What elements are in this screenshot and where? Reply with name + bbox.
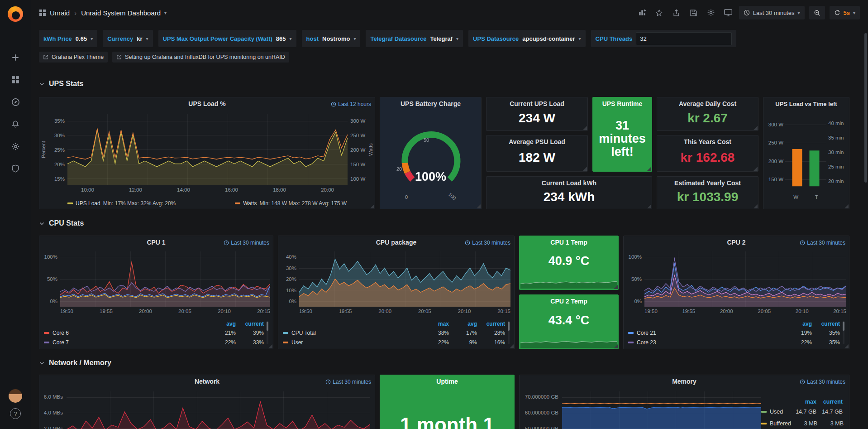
row-cpu-stats[interactable]: CPU Stats	[39, 219, 84, 227]
series-color-swatch	[628, 332, 634, 334]
panel-title[interactable]: UPS Runtime	[593, 97, 652, 110]
explore-icon[interactable]	[0, 93, 31, 111]
chevron-down-icon: ▾	[456, 36, 458, 41]
page-scrollbar[interactable]	[864, 33, 867, 183]
variable-host[interactable]: hostNostromo▾	[302, 30, 361, 47]
chevron-down-icon[interactable]: ▾	[164, 10, 167, 15]
panel-title[interactable]: Network	[39, 375, 375, 388]
memory-chart[interactable]	[562, 391, 761, 429]
refresh-button[interactable]: 5s ▾	[830, 6, 860, 19]
variable-telegraf-datasource[interactable]: Telegraf DatasourceTelegraf▾	[366, 30, 463, 47]
cycle-view-icon[interactable]	[722, 6, 734, 19]
stat-value: kr 2.67	[657, 109, 758, 128]
series-color-swatch	[761, 423, 767, 424]
alerting-icon[interactable]	[0, 115, 31, 133]
legend-scrollbar[interactable]	[267, 321, 268, 344]
stat-value: 40.9 °C	[520, 245, 618, 278]
legend: maxcurrent Used14.7 GB14.7 GB Buffered3 …	[761, 398, 843, 429]
stat-value: 234 W	[486, 109, 587, 128]
panel-title[interactable]: UPS Load vs Time left	[763, 97, 849, 110]
cpu2-temp-sparkline	[520, 336, 617, 348]
breadcrumb-separator: ›	[74, 9, 76, 17]
panel-title[interactable]: Average PSU Load	[486, 135, 587, 148]
row-ups-stats[interactable]: UPS Stats	[39, 80, 83, 88]
panel-estimated-yearly-cost: Estimated Yearly Cost kr 1033.99	[657, 176, 758, 209]
save-icon[interactable]	[687, 6, 700, 19]
server-admin-icon[interactable]	[0, 159, 31, 178]
add-panel-icon[interactable]	[636, 6, 649, 19]
series-color-swatch	[44, 342, 49, 343]
cpu2-chart[interactable]	[644, 251, 846, 307]
panel-title[interactable]: Current Load kWh	[486, 177, 652, 189]
panel-cpu2-temp: CPU 2 Temp 43.4 °C	[519, 294, 619, 349]
variable-ups-max-output[interactable]: UPS Max Output Power Capacity (Watt)865▾	[158, 30, 296, 47]
dashboard-grid-icon	[39, 9, 46, 16]
panel-title[interactable]: This Years Cost	[657, 135, 758, 148]
legend-row: Core 621%39%	[44, 328, 264, 337]
panel-ups-runtime: UPS Runtime 31 minutes left!	[592, 97, 652, 172]
series-color-swatch	[283, 332, 288, 334]
create-icon[interactable]	[0, 48, 31, 67]
legend-row: Core 2119%35%	[628, 328, 840, 337]
panel-title[interactable]: UPS Battery Charge	[380, 97, 481, 110]
cpu-package-chart[interactable]	[299, 251, 510, 307]
star-icon[interactable]	[653, 6, 666, 19]
panel-ups-battery-charge: UPS Battery Charge 0 20 50 100 100%	[380, 97, 482, 209]
network-chart[interactable]	[67, 391, 370, 429]
stat-value: 182 W	[486, 147, 587, 169]
panel-title[interactable]: Current UPS Load	[486, 97, 587, 110]
panel-average-daily-cost: Average Daily Cost kr 2.67	[657, 97, 758, 131]
cpu1-chart[interactable]	[60, 251, 270, 307]
variable-kwh-price[interactable]: kWh Price0.65▾	[39, 30, 97, 47]
legend-item: WattsMin: 148 W Max: 278 W Avg: 175 W	[235, 200, 347, 207]
time-range-label: Last 30 minutes	[753, 10, 795, 16]
panel-title[interactable]: UPS Load %	[39, 97, 375, 110]
ups-bars-chart[interactable]	[785, 116, 826, 192]
legend-item: UPS LoadMin: 17% Max: 32% Avg: 20%	[67, 200, 176, 207]
row-network-memory[interactable]: Network / Memory	[39, 359, 111, 367]
zoom-out-button[interactable]	[809, 6, 825, 19]
dashboard-link[interactable]: Grafana Plex Theme	[39, 52, 108, 63]
panel-title[interactable]: Uptime	[380, 375, 514, 388]
panel-current-ups-load: Current UPS Load 234 W	[486, 97, 588, 131]
help-icon[interactable]: ?	[10, 408, 21, 419]
y-axis-ticks-right: 40 min35 min30 min25 min20 min	[828, 121, 848, 184]
configuration-icon[interactable]	[0, 137, 31, 155]
y-axis-ticks: 6.0 MBs4.0 MBs2.0 MBs	[41, 394, 63, 429]
stat-value: 43.4 °C	[520, 304, 618, 337]
panel-title[interactable]: Average Daily Cost	[657, 97, 758, 110]
share-icon[interactable]	[670, 6, 683, 19]
refresh-interval-label: 5s	[844, 10, 850, 16]
cpu-threads-input[interactable]: 32	[636, 32, 732, 45]
legend-row: Core 2322%35%	[628, 337, 840, 347]
grafana-logo[interactable]	[0, 4, 31, 24]
panel-uptime: Uptime 1 month 1	[380, 375, 515, 429]
gauge-tick: 0	[405, 194, 408, 200]
legend-scrollbar[interactable]	[843, 321, 844, 344]
variable-ups-datasource[interactable]: UPS Datasourceapcupsd-container▾	[468, 30, 585, 47]
breadcrumb-dashboard[interactable]: Unraid System Dashboard	[81, 9, 161, 17]
panel-cpu-package: CPU package Last 30 minutes 40%30%20%10%…	[278, 236, 515, 349]
legend-row: Core 722%33%	[44, 337, 264, 347]
chevron-down-icon: ▾	[797, 10, 800, 15]
time-override-badge: Last 30 minutes	[465, 240, 510, 246]
y-axis-ticks-left: 35%30%25%20%15%	[47, 118, 65, 182]
gauge-value: 100%	[380, 170, 481, 184]
time-range-picker[interactable]: Last 30 minutes ▾	[739, 6, 805, 19]
ups-load-chart[interactable]	[67, 114, 348, 185]
cpu1-temp-sparkline	[520, 277, 617, 289]
legend-row: Buffered3 MB3 MB	[761, 418, 843, 429]
template-variables-bar: kWh Price0.65▾ Currencykr▾ UPS Max Outpu…	[39, 30, 850, 47]
variable-currency[interactable]: Currencykr▾	[103, 30, 153, 47]
dashboard-settings-icon[interactable]	[705, 6, 717, 19]
dashboards-icon[interactable]	[0, 71, 31, 89]
panel-title[interactable]: Estimated Yearly Cost	[657, 177, 758, 189]
user-avatar[interactable]	[9, 389, 22, 403]
chevron-down-icon: ▾	[353, 36, 356, 41]
time-override-badge: Last 12 hours	[331, 101, 371, 107]
chevron-down-icon: ▾	[290, 36, 292, 41]
legend-scrollbar[interactable]	[508, 321, 510, 344]
breadcrumb-app[interactable]: Unraid	[50, 9, 70, 17]
dashboard-link[interactable]: Setting up Grafana and InfluxDB for UPS …	[112, 52, 289, 63]
variable-cpu-threads[interactable]: CPU Threads32	[591, 30, 737, 47]
